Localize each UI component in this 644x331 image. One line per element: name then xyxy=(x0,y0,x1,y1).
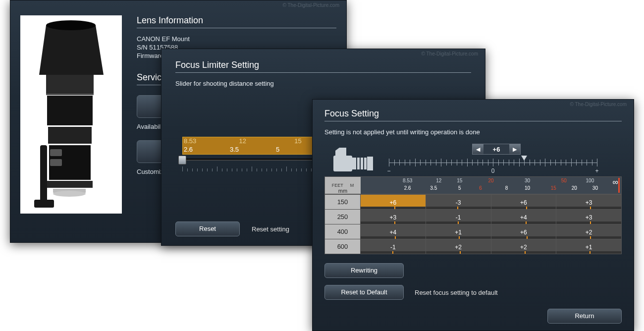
mm-cell: 600 xyxy=(325,239,361,254)
adjust-cell-value: +3 xyxy=(556,198,621,206)
svg-rect-7 xyxy=(50,149,62,156)
slider-handle[interactable] xyxy=(178,156,186,165)
header-unit-feet: FEET xyxy=(332,183,343,188)
adjust-cell-value: +3 xyxy=(361,213,426,221)
mm-cell: 250 xyxy=(325,210,361,224)
adjust-cell-value: +6 xyxy=(491,227,556,236)
header-mm: mm xyxy=(338,188,347,194)
adjust-cell[interactable]: -1 xyxy=(361,239,426,254)
dist-feet-label: 30 xyxy=(525,178,530,183)
adjust-cell-value: -1 xyxy=(361,242,426,251)
adjust-cell[interactable]: +6 xyxy=(491,195,556,210)
infinity-label: ∞ xyxy=(613,178,618,187)
svg-rect-11 xyxy=(34,200,54,208)
adjust-cell-value: +4 xyxy=(361,227,426,236)
stepper-value: +6 xyxy=(483,146,509,153)
dist-feet-label: 8.53 xyxy=(403,178,412,183)
svg-rect-16 xyxy=(357,158,360,169)
distance-header: FEET M mm ∞ 8.5312152030501002.63.556810… xyxy=(324,176,622,194)
rewriting-button[interactable]: Rewriting xyxy=(324,263,404,278)
adjust-cell[interactable]: -1 xyxy=(426,210,491,224)
stepper-decrement[interactable]: ◀ xyxy=(473,144,483,154)
watermark: © The-Digital-Picture.com xyxy=(570,102,627,107)
scale-label: + xyxy=(595,167,598,174)
adjust-cell[interactable]: +1 xyxy=(426,224,491,239)
reset-caption: Reset setting xyxy=(252,225,289,233)
svg-rect-19 xyxy=(367,157,373,170)
svg-rect-17 xyxy=(361,158,363,169)
svg-rect-5 xyxy=(48,127,92,144)
dist-feet-label: 100 xyxy=(586,178,594,183)
adjust-cell-value: +3 xyxy=(556,213,621,221)
adjust-cell[interactable]: -3 xyxy=(426,195,491,210)
lens-info-title: Lens Information xyxy=(137,15,336,28)
svg-rect-9 xyxy=(47,181,93,188)
adjust-cell-value: +2 xyxy=(491,242,556,251)
adjust-cell[interactable]: +3 xyxy=(556,210,622,224)
focus-setting-caption: Setting is not applied yet until writing… xyxy=(324,128,622,136)
dist-m-label: 10 xyxy=(525,186,530,191)
adjust-cell[interactable]: +3 xyxy=(556,195,622,210)
svg-rect-18 xyxy=(364,158,367,169)
adjust-cell[interactable]: +2 xyxy=(491,239,556,254)
scale-label: 0 xyxy=(491,167,495,174)
dist-m-label: 20 xyxy=(572,186,577,191)
dist-m-label: 8 xyxy=(505,186,508,191)
adjust-cell[interactable]: +4 xyxy=(491,210,556,224)
svg-rect-15 xyxy=(352,158,356,169)
lens-product-image xyxy=(20,15,122,214)
svg-point-1 xyxy=(46,20,96,30)
dist-feet-label: 20 xyxy=(488,178,493,183)
adjust-cell-value: +1 xyxy=(556,242,621,251)
reset-default-button[interactable]: Reset to Default xyxy=(324,285,404,300)
reset-button[interactable]: Reset xyxy=(175,221,240,236)
focus-adjust-table: 150+6-3+6+3250+3-1+4+3400+4+1+6+2600-1+2… xyxy=(324,194,622,254)
scale-marker[interactable] xyxy=(521,156,527,161)
mm-cell: 400 xyxy=(325,224,361,239)
focus-setting-panel: © The-Digital-Picture.com Focus Setting … xyxy=(312,99,634,331)
adjust-cell-value: +4 xyxy=(491,213,556,221)
adjust-cell[interactable]: +4 xyxy=(361,224,426,239)
dist-m-label: 2.6 xyxy=(404,186,411,191)
dist-m-label: 6 xyxy=(479,186,482,191)
adjust-cell[interactable]: +2 xyxy=(426,239,491,254)
focus-limiter-caption: Slider for shooting distance setting xyxy=(175,80,471,87)
adjust-cell[interactable]: +3 xyxy=(361,210,426,224)
scale-label: − xyxy=(387,167,390,174)
lens-mount: CANON EF Mount xyxy=(137,35,336,43)
reset-default-caption: Reset focus setting to default xyxy=(415,289,498,296)
dist-m-label: 15 xyxy=(551,186,556,191)
adjust-cell[interactable]: +6 xyxy=(491,224,556,239)
return-button[interactable]: Return xyxy=(547,309,622,324)
dist-m-label: 3.5 xyxy=(430,186,437,191)
table-row: 150+6-3+6+3 xyxy=(325,195,622,210)
dist-feet-label: 50 xyxy=(561,178,567,183)
table-row: 400+4+1+6+2 xyxy=(325,224,622,239)
ruler-m-label: 3.5 xyxy=(229,146,275,154)
micro-adjust-scale[interactable]: −0+ xyxy=(389,158,597,172)
dist-feet-label: 15 xyxy=(457,178,462,183)
adjust-cell-value: +2 xyxy=(556,227,621,236)
watermark: © The-Digital-Picture.com xyxy=(283,2,339,8)
svg-rect-2 xyxy=(46,75,94,95)
table-row: 250+3-1+4+3 xyxy=(325,210,622,224)
header-unit-m: M xyxy=(350,183,354,188)
adjust-cell-value: -3 xyxy=(426,198,491,206)
adjust-cell[interactable]: +1 xyxy=(556,239,622,254)
adjust-cell-value: +6 xyxy=(361,198,426,206)
adjust-cell[interactable]: +6 xyxy=(361,195,426,210)
svg-rect-14 xyxy=(333,156,352,171)
svg-rect-3 xyxy=(46,94,94,95)
watermark: © The-Digital-Picture.com xyxy=(422,51,478,56)
mm-cell: 150 xyxy=(325,195,361,210)
table-row: 600-1+2+2+1 xyxy=(325,239,622,254)
stepper-increment[interactable]: ▶ xyxy=(509,144,520,154)
micro-adjust-stepper[interactable]: ◀ +6 ▶ xyxy=(472,144,521,155)
dist-m-label: 5 xyxy=(458,186,461,191)
svg-rect-8 xyxy=(50,159,62,166)
adjust-cell-value: +1 xyxy=(426,227,491,236)
focus-setting-title: Focus Setting xyxy=(324,109,622,121)
adjust-cell-value: +6 xyxy=(491,198,556,206)
adjust-cell[interactable]: +2 xyxy=(556,224,622,239)
dist-feet-label: 12 xyxy=(436,178,441,183)
